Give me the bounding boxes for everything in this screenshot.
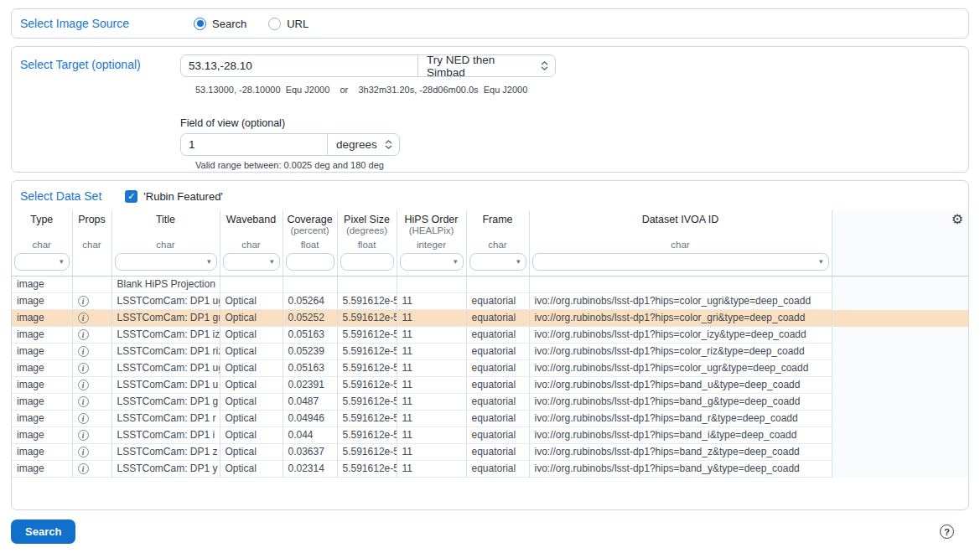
table-row[interactable]: imageiLSSTComCam: DP1 yOptical0.023145.5… xyxy=(12,461,968,478)
column-unit: (percent) xyxy=(283,225,337,235)
table-cell: i xyxy=(72,360,111,377)
table-cell: i xyxy=(72,344,111,360)
table-cell: 0.04946 xyxy=(283,411,337,427)
column-filter-select[interactable]: ▾ xyxy=(400,253,464,271)
table-cell: ivo://org.rubinobs/lsst-dp1?hips=band_y&… xyxy=(529,461,832,478)
table-filler-cell xyxy=(832,411,968,427)
image-source-panel: Select Image Source SearchURL xyxy=(11,8,969,39)
table-row[interactable]: imageiLSSTComCam: DP1 rizOptical0.052395… xyxy=(12,344,968,360)
fov-unit-select[interactable]: degrees xyxy=(327,133,400,156)
column-header-pixel-size[interactable]: Pixel Size(degrees)float xyxy=(337,210,397,276)
table-cell: image xyxy=(12,377,72,394)
table-cell: Optical xyxy=(220,310,283,327)
table-cell: image xyxy=(12,327,72,344)
table-cell: Optical xyxy=(220,427,283,444)
table-filler-cell xyxy=(832,377,968,394)
info-icon[interactable]: i xyxy=(78,447,89,457)
resolved-coordinates-text: 53.13000, -28.10000 Equ J2000 or 3h32m31… xyxy=(195,85,556,95)
column-filter-input[interactable] xyxy=(286,253,334,271)
column-header-title[interactable]: Titlechar▾ xyxy=(111,210,220,276)
table-cell: 0.05264 xyxy=(283,293,337,310)
column-filter-select[interactable]: ▾ xyxy=(469,253,526,271)
fov-input[interactable] xyxy=(180,133,328,156)
table-cell: 11 xyxy=(397,310,466,327)
column-unit: (HEALPix) xyxy=(397,225,466,235)
column-filter-select[interactable]: ▾ xyxy=(223,253,280,271)
table-cell: equatorial xyxy=(466,411,529,427)
dataset-panel: Select Data Set ✓ 'Rubin Featured' Typec… xyxy=(11,180,969,510)
column-header-waveband[interactable]: Wavebandchar▾ xyxy=(220,210,283,276)
table-filler-cell xyxy=(832,276,968,293)
column-header-frame[interactable]: Framechar▾ xyxy=(466,210,529,276)
table-cell: LSSTComCam: DP1 izy xyxy=(111,327,220,344)
help-icon[interactable]: ? xyxy=(940,525,954,539)
column-datatype: char xyxy=(73,237,111,253)
table-row[interactable]: imageiLSSTComCam: DP1 ugriOptical0.05264… xyxy=(12,293,968,310)
table-row[interactable]: imageiLSSTComCam: DP1 griOptical0.052525… xyxy=(12,310,968,327)
table-cell: equatorial xyxy=(466,394,529,411)
table-cell: ivo://org.rubinobs/lsst-dp1?hips=color_g… xyxy=(529,310,832,327)
table-row[interactable]: imageiLSSTComCam: DP1 zOptical0.036375.5… xyxy=(12,444,968,461)
column-filter-select[interactable]: ▾ xyxy=(115,253,217,271)
table-row[interactable]: imageiLSSTComCam: DP1 gOptical0.04875.59… xyxy=(12,394,968,411)
column-title: Title xyxy=(112,210,220,237)
table-cell: Optical xyxy=(220,377,283,394)
fov-label: Field of view (optional) xyxy=(180,117,556,129)
info-icon[interactable]: i xyxy=(78,363,89,374)
table-row[interactable]: imageiLSSTComCam: DP1 izyOptical0.051635… xyxy=(12,327,968,344)
table-cell: 11 xyxy=(397,293,466,310)
table-cell: equatorial xyxy=(466,344,529,360)
column-filter-input[interactable] xyxy=(340,253,394,271)
fov-valid-range-text: Valid range between: 0.0025 deg and 180 … xyxy=(195,160,556,170)
info-icon[interactable]: i xyxy=(78,430,89,441)
column-title: Waveband xyxy=(220,210,283,237)
table-cell: Optical xyxy=(220,293,283,310)
table-row[interactable]: imageiLSSTComCam: DP1 rOptical0.049465.5… xyxy=(12,411,968,427)
column-header-type[interactable]: Typechar▾ xyxy=(12,210,72,276)
table-cell xyxy=(72,276,111,293)
column-filter-select[interactable]: ▾ xyxy=(14,253,70,271)
chevron-down-icon: ▾ xyxy=(207,258,211,266)
table-row[interactable]: imageiLSSTComCam: DP1 iOptical0.0445.591… xyxy=(12,427,968,444)
table-cell: 11 xyxy=(397,344,466,360)
image-source-radio-search[interactable]: Search xyxy=(194,18,246,30)
table-filler-cell xyxy=(832,394,968,411)
table-cell: i xyxy=(72,310,111,327)
table-cell: ivo://org.rubinobs/lsst-dp1?hips=band_g&… xyxy=(529,394,832,411)
column-title: Dataset IVOA ID xyxy=(530,210,832,237)
image-source-radio-url[interactable]: URL xyxy=(268,18,309,30)
table-options-gear-icon[interactable]: ⚙ xyxy=(951,213,963,226)
table-row[interactable]: imageiLSSTComCam: DP1 uOptical0.023915.5… xyxy=(12,377,968,394)
rubin-featured-checkbox[interactable]: ✓ 'Rubin Featured' xyxy=(125,190,223,203)
table-cell: ivo://org.rubinobs/lsst-dp1?hips=color_u… xyxy=(529,360,832,377)
info-icon[interactable]: i xyxy=(78,346,89,357)
column-header-props[interactable]: Propschar xyxy=(72,210,111,276)
table-cell: ivo://org.rubinobs/lsst-dp1?hips=band_u&… xyxy=(529,377,832,394)
column-datatype: float xyxy=(283,237,337,253)
table-cell: 11 xyxy=(397,377,466,394)
table-cell: 5.591612e-5 xyxy=(337,360,397,377)
search-button[interactable]: Search xyxy=(11,519,75,544)
info-icon[interactable]: i xyxy=(78,413,89,424)
info-icon[interactable]: i xyxy=(78,380,89,390)
column-header-dataset-ivoa-id[interactable]: Dataset IVOA IDchar▾ xyxy=(529,210,832,276)
info-icon[interactable]: i xyxy=(78,296,89,307)
target-input[interactable] xyxy=(180,54,418,77)
resolver-select[interactable]: Try NED then Simbad xyxy=(417,54,556,77)
table-row[interactable]: imageBlank HiPS Projection xyxy=(12,276,968,293)
table-cell: 5.591612e-5 xyxy=(337,444,397,461)
table-cell: Blank HiPS Projection xyxy=(111,276,220,293)
info-icon[interactable]: i xyxy=(78,329,89,340)
info-icon[interactable]: i xyxy=(78,463,89,474)
info-icon[interactable]: i xyxy=(78,313,89,323)
table-header-row: Typechar▾PropscharTitlechar▾Wavebandchar… xyxy=(12,210,968,276)
chevron-down-icon: ▾ xyxy=(819,258,823,266)
table-filler-header xyxy=(832,210,968,276)
table-cell: LSSTComCam: DP1 r xyxy=(111,411,220,427)
table-filler-cell xyxy=(832,444,968,461)
column-header-hips-order[interactable]: HiPS Order(HEALPix)integer▾ xyxy=(397,210,466,276)
column-header-coverage[interactable]: Coverage(percent)float xyxy=(283,210,337,276)
info-icon[interactable]: i xyxy=(78,396,89,407)
table-row[interactable]: imageiLSSTComCam: DP1 ugrOptical0.051635… xyxy=(12,360,968,377)
column-filter-select[interactable]: ▾ xyxy=(532,253,829,271)
